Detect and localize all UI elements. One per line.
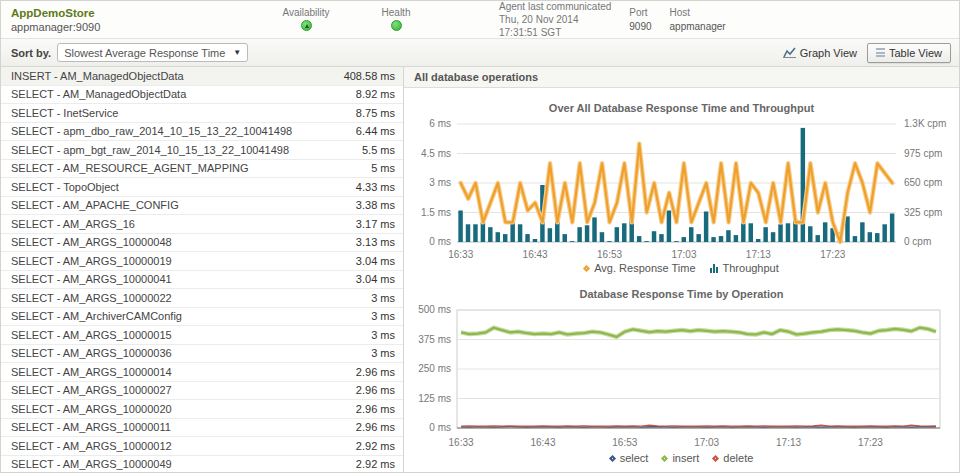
diamond-series-icon	[661, 454, 668, 461]
legend-item-delete: delete	[713, 452, 753, 464]
availability-label: Availability	[261, 7, 351, 18]
list-item[interactable]: SELECT - apm_dbo_raw_2014_10_15_13_22_10…	[1, 123, 403, 142]
operation-name: SELECT - AM_ARGS_10000020	[11, 403, 356, 415]
legend-label: Throughput	[723, 262, 779, 274]
table-view-button[interactable]: Table View	[867, 43, 951, 63]
list-item[interactable]: SELECT - AM_ARGS_100000122.92 ms	[1, 437, 403, 456]
health-status-icon[interactable]	[391, 20, 402, 31]
svg-text:16:33: 16:33	[449, 437, 474, 448]
agent-label: Agent last communicated	[499, 0, 611, 13]
list-item[interactable]: SELECT - AM_RESOURCE_AGENT_MAPPING5 ms	[1, 160, 403, 179]
svg-text:250 ms: 250 ms	[418, 363, 451, 374]
list-item[interactable]: SELECT - AM_ARGS_100000272.96 ms	[1, 382, 403, 401]
list-item[interactable]: SELECT - AM_ARGS_100000112.96 ms	[1, 419, 403, 438]
svg-text:17:13: 17:13	[746, 249, 771, 260]
graph-view-button[interactable]: Graph View	[783, 47, 857, 59]
sort-dropdown[interactable]: Slowest Average Response Time ▼	[57, 43, 248, 62]
operation-response-time: 408.58 ms	[344, 70, 395, 82]
legend-item-insert: insert	[662, 452, 699, 464]
diamond-series-icon	[712, 454, 719, 461]
list-item[interactable]: SELECT - AM_ARGS_100000202.96 ms	[1, 400, 403, 419]
legend-label: insert	[672, 452, 699, 464]
operation-name: SELECT - AM_ARGS_10000041	[11, 273, 356, 285]
list-item[interactable]: SELECT - TopoObject4.33 ms	[1, 178, 403, 197]
svg-text:16:53: 16:53	[597, 249, 622, 260]
operation-response-time: 2.92 ms	[356, 458, 395, 470]
chart-overall-response-throughput: 0 ms0 cpm1.5 ms325 cpm3 ms650 cpm4.5 ms9…	[409, 116, 954, 264]
svg-text:4.5 ms: 4.5 ms	[421, 148, 451, 159]
port-info: Port 9090	[629, 6, 651, 34]
operation-response-time: 3 ms	[371, 347, 395, 359]
operation-response-time: 3.38 ms	[356, 199, 395, 211]
operations-list: INSERT - AM_ManagedObjectData408.58 msSE…	[1, 67, 404, 473]
host-label: Host	[670, 6, 726, 20]
operation-name: SELECT - apm_bgt_raw_2014_10_15_13_22_10…	[11, 144, 362, 156]
operation-response-time: 3.04 ms	[356, 255, 395, 267]
health-label: Health	[351, 7, 441, 18]
port-label: Port	[629, 6, 651, 20]
svg-text:325 cpm: 325 cpm	[904, 207, 942, 218]
operation-name: SELECT - AM_ARGS_10000014	[11, 366, 356, 378]
monitor-header: AppDemoStore appmanager:9090 Availabilit…	[1, 1, 959, 39]
operation-name: SELECT - apm_dbo_raw_2014_10_15_13_22_10…	[11, 125, 356, 137]
list-item[interactable]: SELECT - AM_ARGS_100000153 ms	[1, 326, 403, 345]
svg-text:125 ms: 125 ms	[418, 393, 451, 404]
operation-response-time: 5.5 ms	[362, 144, 395, 156]
app-name[interactable]: AppDemoStore	[11, 7, 261, 19]
list-item[interactable]: SELECT - AM_ARGS_100000223 ms	[1, 289, 403, 308]
list-item[interactable]: SELECT - AM_ARGS_163.17 ms	[1, 215, 403, 234]
operation-response-time: 3 ms	[371, 310, 395, 322]
operation-name: SELECT - AM_ARGS_10000027	[11, 384, 356, 396]
legend-item-avg-response-time: Avg. Response Time	[584, 262, 695, 274]
chart1-title: Over All Database Response Time and Thro…	[404, 102, 959, 114]
list-item[interactable]: SELECT - AM_ARGS_100000492.92 ms	[1, 456, 403, 473]
table-view-label: Table View	[889, 47, 942, 59]
svg-text:975 cpm: 975 cpm	[904, 148, 942, 159]
list-item[interactable]: SELECT - AM_ARGS_100000142.96 ms	[1, 363, 403, 382]
panel-title: All database operations	[404, 67, 959, 88]
operation-response-time: 4.33 ms	[356, 181, 395, 193]
svg-text:500 ms: 500 ms	[418, 304, 451, 315]
operation-response-time: 3.17 ms	[356, 218, 395, 230]
svg-text:0 cpm: 0 cpm	[904, 236, 931, 247]
svg-text:16:33: 16:33	[448, 249, 473, 260]
operation-response-time: 8.92 ms	[356, 88, 395, 100]
svg-text:0 ms: 0 ms	[429, 422, 451, 433]
list-item[interactable]: SELECT - AM_ARGS_100000193.04 ms	[1, 252, 403, 271]
host-value: appmanager	[670, 20, 726, 34]
operation-response-time: 3.13 ms	[356, 236, 395, 248]
list-item[interactable]: INSERT - AM_ManagedObjectData408.58 ms	[1, 67, 403, 86]
agent-last-communicated: Agent last communicated Thu, 20 Nov 2014…	[499, 0, 611, 39]
availability-status-icon[interactable]	[301, 20, 312, 31]
list-item[interactable]: SELECT - InetService8.75 ms	[1, 104, 403, 123]
operation-name: SELECT - AM_ARGS_10000048	[11, 236, 356, 248]
list-item[interactable]: SELECT - AM_ArchiverCAMConfig3 ms	[1, 308, 403, 327]
operation-response-time: 2.92 ms	[356, 440, 395, 452]
chart2-legend: selectinsertdelete	[404, 452, 959, 464]
operation-name: SELECT - AM_ARGS_16	[11, 218, 356, 230]
list-item[interactable]: SELECT - AM_ManagedObjectData8.92 ms	[1, 86, 403, 105]
legend-item-throughput: Throughput	[710, 262, 779, 274]
chart1-legend: Avg. Response TimeThroughput	[404, 262, 959, 274]
operation-name: SELECT - AM_ARGS_10000049	[11, 458, 356, 470]
list-item[interactable]: SELECT - apm_bgt_raw_2014_10_15_13_22_10…	[1, 141, 403, 160]
svg-text:1.5 ms: 1.5 ms	[421, 207, 451, 218]
svg-text:17:03: 17:03	[694, 437, 719, 448]
graph-view-label: Graph View	[800, 47, 857, 59]
app-window: AppDemoStore appmanager:9090 Availabilit…	[0, 0, 960, 473]
list-item[interactable]: SELECT - AM_ARGS_100000363 ms	[1, 345, 403, 364]
svg-text:17:13: 17:13	[776, 437, 801, 448]
list-item[interactable]: SELECT - AM_ARGS_100000413.04 ms	[1, 271, 403, 290]
operation-name: SELECT - TopoObject	[11, 181, 356, 193]
svg-text:16:43: 16:43	[530, 437, 555, 448]
chart-response-by-operation: 0 ms125 ms250 ms375 ms500 ms16:3316:4316…	[409, 302, 954, 454]
list-item[interactable]: SELECT - AM_ARGS_100000483.13 ms	[1, 234, 403, 253]
legend-label: Avg. Response Time	[594, 262, 695, 274]
svg-text:6 ms: 6 ms	[429, 118, 451, 129]
svg-text:17:23: 17:23	[820, 249, 845, 260]
list-item[interactable]: SELECT - AM_APACHE_CONFIG3.38 ms	[1, 197, 403, 216]
operation-name: SELECT - AM_ARGS_10000011	[11, 421, 356, 433]
sort-dropdown-value: Slowest Average Response Time	[64, 47, 225, 59]
host-info: Host appmanager	[670, 6, 726, 34]
svg-text:17:23: 17:23	[858, 437, 883, 448]
